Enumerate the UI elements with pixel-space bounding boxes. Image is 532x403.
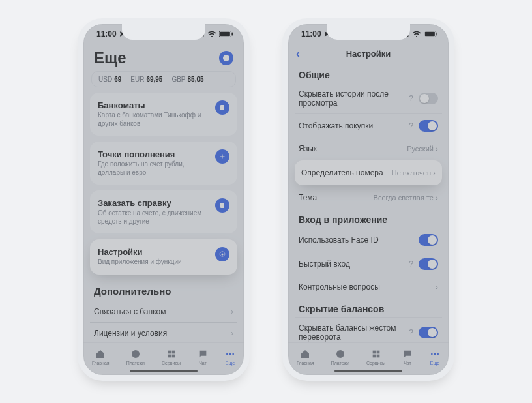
wifi-icon (412, 29, 421, 38)
svg-point-11 (132, 350, 140, 358)
row-contact-bank[interactable]: Связаться с банком› (90, 301, 237, 322)
nav-title: Настройки (346, 49, 391, 59)
row-show-purchases[interactable]: Отображать покупки ? (295, 113, 442, 138)
group-hide-balances: Скрытие балансов (295, 297, 442, 317)
chevron-right-icon: › (436, 145, 438, 153)
svg-rect-14 (168, 355, 171, 358)
card-settings[interactable]: Настройки Вид приложения и функции (90, 239, 237, 275)
card-statement[interactable]: Заказать справку Об остатке на счете, с … (90, 190, 237, 233)
svg-point-7 (223, 55, 229, 61)
help-icon[interactable]: ? (409, 121, 413, 130)
screen-more: 11:00 Еще USD69 EUR69,95 GBP85,05 (83, 24, 244, 375)
tab-services[interactable]: Сервисы (162, 349, 181, 365)
tab-services[interactable]: Сервисы (366, 349, 385, 365)
section-extra: Дополнительно (90, 280, 237, 301)
svg-rect-29 (372, 355, 376, 358)
help-icon[interactable]: ? (409, 260, 413, 269)
toggle[interactable] (419, 258, 438, 270)
atm-icon (215, 100, 229, 115)
svg-rect-25 (436, 33, 437, 36)
row-hide-balance-flip[interactable]: Скрывать балансы жестом переворота ? (295, 317, 442, 342)
svg-point-33 (437, 353, 439, 355)
svg-point-31 (431, 353, 433, 355)
document-icon (215, 198, 229, 213)
tab-payments[interactable]: Платежи (126, 349, 145, 365)
svg-point-32 (434, 353, 436, 355)
battery-icon (219, 31, 233, 37)
home-indicator (334, 370, 402, 372)
profile-icon[interactable] (219, 51, 233, 65)
back-button[interactable]: ‹ (296, 48, 300, 59)
tab-payments[interactable]: Платежи (331, 349, 349, 365)
svg-rect-12 (168, 351, 171, 354)
toggle[interactable] (419, 120, 438, 132)
tab-home[interactable]: Главная (297, 349, 314, 365)
row-language[interactable]: Язык Русский › (295, 138, 442, 159)
tab-home[interactable]: Главная (92, 349, 110, 365)
chevron-right-icon: › (231, 329, 233, 338)
row-faceid[interactable]: Использовать Face ID (295, 228, 442, 252)
tab-chat[interactable]: Чат (402, 349, 413, 365)
group-general: Общие (295, 63, 442, 83)
svg-rect-6 (231, 33, 233, 36)
svg-point-17 (229, 353, 231, 355)
tab-more[interactable]: Еще (225, 349, 235, 365)
toggle[interactable] (419, 234, 438, 246)
svg-point-18 (232, 353, 234, 355)
card-topup[interactable]: Точки пополнения Где положить на счет ру… (90, 142, 237, 185)
chevron-right-icon: › (436, 283, 438, 291)
screen-settings: 11:00 ‹ Настройки Общие Скрывать истории… (288, 24, 449, 375)
plus-icon (215, 149, 229, 164)
notch (327, 24, 410, 40)
chevron-right-icon: › (436, 194, 438, 202)
card-sub: Карта с банкоматами Тинькофф и других ба… (98, 112, 209, 128)
row-hide-stories[interactable]: Скрывать истории после просмотра ? (295, 83, 442, 113)
svg-rect-28 (376, 351, 379, 354)
status-time: 11:00 (301, 29, 321, 38)
chevron-right-icon: › (231, 307, 233, 316)
svg-rect-9 (220, 203, 224, 208)
help-icon[interactable]: ? (409, 328, 413, 337)
row-caller-id[interactable]: Определитель номера Не включен › (295, 160, 442, 185)
page-title: Еще (94, 49, 126, 67)
svg-rect-27 (372, 351, 376, 354)
svg-rect-24 (425, 32, 435, 37)
wifi-icon (207, 29, 216, 38)
svg-point-16 (226, 353, 228, 355)
phone-right: 11:00 ‹ Настройки Общие Скрывать истории… (282, 18, 454, 381)
toggle[interactable] (419, 93, 438, 104)
row-licenses[interactable]: Лицензии и условия› (90, 322, 237, 343)
svg-point-26 (336, 350, 344, 358)
notch (122, 24, 205, 40)
row-security-q[interactable]: Контрольные вопросы › (295, 276, 442, 297)
help-icon[interactable]: ? (409, 94, 413, 103)
row-quick-login[interactable]: Быстрый вход ? (295, 252, 442, 276)
phone-left: 11:00 Еще USD69 EUR69,95 GBP85,05 (78, 18, 250, 381)
nav-bar: ‹ Настройки (288, 44, 449, 63)
toggle[interactable] (419, 327, 438, 338)
svg-rect-30 (376, 355, 379, 358)
gear-icon (215, 247, 229, 261)
home-indicator (130, 370, 198, 372)
tab-chat[interactable]: Чат (198, 349, 208, 365)
svg-rect-5 (220, 32, 230, 37)
fx-rates[interactable]: USD69 EUR69,95 GBP85,05 (91, 71, 236, 87)
battery-icon (424, 31, 438, 37)
card-title: Банкоматы (98, 100, 209, 110)
svg-rect-8 (220, 105, 224, 110)
status-time: 11:00 (96, 29, 117, 38)
card-atms[interactable]: Банкоматы Карта с банкоматами Тинькофф и… (90, 93, 237, 136)
svg-rect-15 (171, 355, 175, 358)
group-login: Вход в приложение (295, 208, 442, 228)
chevron-right-icon: › (433, 169, 436, 177)
svg-point-10 (222, 254, 224, 256)
row-theme[interactable]: Тема Всегда светлая те › (295, 187, 442, 208)
tab-more[interactable]: Еще (430, 349, 440, 365)
svg-rect-13 (171, 351, 175, 354)
